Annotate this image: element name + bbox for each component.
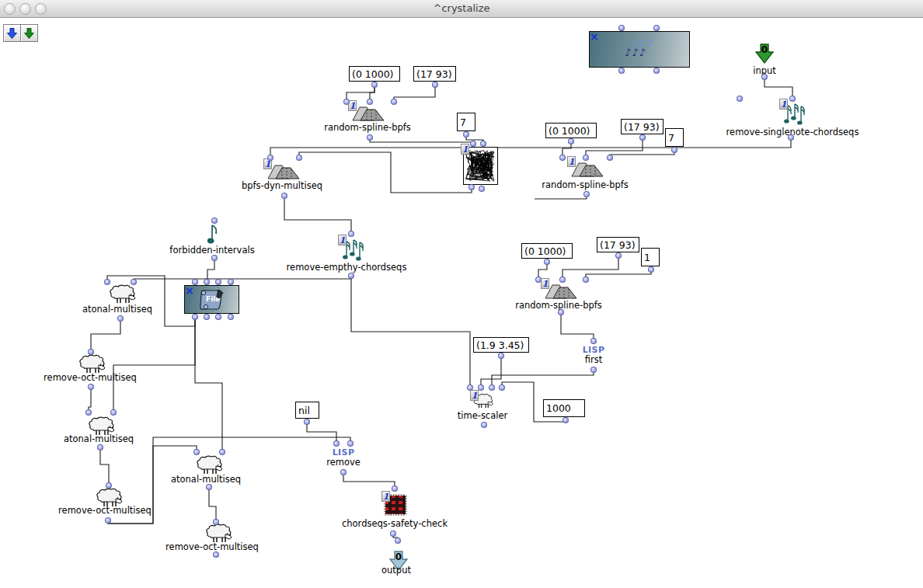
inlet-port-chordseq-editor[interactable] <box>653 25 660 31</box>
inlet-port-random-spline-bpfs-3[interactable] <box>583 277 589 283</box>
patch-cord[interactable] <box>113 318 195 410</box>
value-box-num-1[interactable]: 1 <box>641 248 660 266</box>
outlet-port-random-spline-bpfs-1[interactable] <box>367 134 373 141</box>
outlet-port-remove-singlenote-chordseqs[interactable] <box>788 134 794 141</box>
outlet-port-lisp-remove[interactable] <box>340 469 347 475</box>
lock-badge-time-scaler[interactable]: 1 <box>470 390 479 401</box>
inlet-port-atonal-multiseq-2[interactable] <box>110 409 117 416</box>
lock-badge-remove-empthy-chordseqs[interactable]: 1 <box>338 235 347 245</box>
patch-canvas[interactable]: (0 1000)(17 93)7(0 1000)(17 93)7(0 1000)… <box>0 0 923 588</box>
inlet-port-file-box[interactable] <box>228 279 234 285</box>
inlet-port-random-spline-bpfs-2[interactable] <box>559 155 566 161</box>
inlet-port-atonal-multiseq-2[interactable] <box>85 409 92 416</box>
value-box-num-1000[interactable]: 1000 <box>543 399 585 417</box>
lock-badge-chordseqs-safety-check[interactable]: 1 <box>381 491 390 502</box>
inlet-port-random-spline-bpfs-2[interactable] <box>607 155 613 161</box>
patch-cord[interactable] <box>481 357 501 385</box>
patch-cord[interactable] <box>394 85 435 99</box>
inlet-port-chordseq-editor[interactable] <box>618 25 625 31</box>
inlet-port-lisp-remove[interactable] <box>333 440 340 447</box>
patch-cord[interactable] <box>370 138 475 143</box>
lock-badge-random-spline-bpfs-2[interactable]: 1 <box>567 156 576 167</box>
inlet-port-remove-singlenote-chordseqs[interactable] <box>789 96 796 102</box>
patch-cord[interactable] <box>284 197 351 231</box>
title-bar[interactable]: ^crystalize <box>0 0 923 18</box>
outlet-port-file-box[interactable] <box>204 314 210 320</box>
outlet-port-num-17-93-a[interactable] <box>432 82 438 88</box>
outlet-port-num-nil[interactable] <box>304 419 310 425</box>
lock-badge-random-spline-bpfs-3[interactable]: 1 <box>541 278 549 289</box>
patch-cord[interactable] <box>343 473 395 487</box>
value-box-num-17-93-c[interactable]: (17 93) <box>597 237 639 252</box>
inlet-port-remove-oct-multiseq-3[interactable] <box>213 519 219 525</box>
outlet-port-random-spline-bpfs-2[interactable] <box>583 191 590 197</box>
outlet-port-num-7-b[interactable] <box>671 147 677 153</box>
outlet-port-num-0-1000-b[interactable] <box>568 138 574 144</box>
outlet-port-forbidden-intervals[interactable] <box>211 255 218 261</box>
patch-cord[interactable] <box>535 195 587 199</box>
inlet-port-atonal-multiseq-3[interactable] <box>193 449 200 455</box>
inlet-port-file-box[interactable] <box>204 279 210 285</box>
inlet-port-remove-oct-multiseq-2[interactable] <box>106 482 112 489</box>
outlet-port-atonal-multiseq-1[interactable] <box>117 315 124 322</box>
lock-badge-remove-singlenote-chordseqs[interactable]: 1 <box>779 99 788 110</box>
patch-cord[interactable] <box>307 423 336 441</box>
outlet-port-random-spline-bpfs-3[interactable] <box>558 309 564 315</box>
outlet-port-num-7-a[interactable] <box>463 131 469 137</box>
value-box-num-1.9-3.45[interactable]: (1.9 3.45) <box>473 337 529 353</box>
inlet-port-random-spline-bpfs-1[interactable] <box>367 99 373 105</box>
zoom-window-button[interactable] <box>35 3 47 15</box>
inlet-port-atonal-multiseq-3[interactable] <box>219 449 225 455</box>
outlet-port-lisp-first[interactable] <box>590 367 597 373</box>
value-box-num-17-93-a[interactable]: (17 93) <box>413 66 456 82</box>
inlet-port-random-spline-bpfs-3[interactable] <box>559 277 566 283</box>
inlet-port-time-scaler[interactable] <box>467 384 473 391</box>
close-window-button[interactable] <box>4 3 16 15</box>
value-box-num-17-93-b[interactable]: (17 93) <box>621 119 664 134</box>
inlet-port-remove-empthy-chordseqs[interactable] <box>348 231 354 237</box>
value-box-num-nil[interactable]: nil <box>295 402 319 419</box>
inlet-port-bpfs-dyn-multiseq[interactable] <box>267 155 273 161</box>
outlet-port-num-0-1000-c[interactable] <box>544 259 550 265</box>
patch-cord[interactable] <box>610 151 674 155</box>
lock-badge-multibpf-miniview[interactable]: 1 <box>461 144 469 155</box>
outlet-port-num-17-93-c[interactable] <box>615 252 622 259</box>
inlet-port-multibpf-miniview[interactable] <box>470 141 476 147</box>
patch-cord[interactable] <box>91 319 120 350</box>
inlet-port-random-spline-bpfs-2[interactable] <box>583 155 589 161</box>
inlet-port-multibpf-miniview[interactable] <box>480 141 486 147</box>
patch-cord[interactable] <box>492 371 594 385</box>
inlet-port-lisp-remove[interactable] <box>347 440 354 447</box>
close-x-icon-chordseq-editor[interactable]: × <box>590 33 599 40</box>
patch-cord[interactable] <box>351 277 470 385</box>
outlet-port-chordseqs-safety-check[interactable] <box>390 531 396 537</box>
outlet-port-num-1.9-3.45[interactable] <box>498 353 504 359</box>
outlet-port-atonal-multiseq-2[interactable] <box>97 444 103 451</box>
outlet-port-num-0-1000-a[interactable] <box>371 82 378 88</box>
value-box-num-0-1000-b[interactable]: (0 1000) <box>545 123 597 138</box>
value-box-num-0-1000-a[interactable]: (0 1000) <box>349 66 400 82</box>
inlet-port-random-spline-bpfs-1[interactable] <box>391 99 397 105</box>
outlet-port-remove-oct-multiseq-2[interactable] <box>105 517 111 524</box>
minimize-window-button[interactable] <box>19 3 31 15</box>
patch-cord[interactable] <box>100 449 109 483</box>
outlet-port-multibpf-miniview[interactable] <box>468 184 475 190</box>
inlet-port-random-spline-bpfs-1[interactable] <box>343 99 350 105</box>
patch-cord[interactable] <box>765 78 792 96</box>
inlet-port-remove-singlenote-chordseqs[interactable] <box>737 96 743 102</box>
inlet-port-bpfs-dyn-multiseq[interactable] <box>296 155 302 161</box>
value-box-num-7-b[interactable]: 7 <box>665 128 684 147</box>
lisp-function-name-lisp-first[interactable]: first <box>585 354 602 365</box>
inlet-port-time-scaler[interactable] <box>489 384 495 391</box>
patch-cord[interactable] <box>299 152 472 193</box>
outlet-port-num-17-93-b[interactable] <box>639 134 646 141</box>
outlet-port-remove-oct-multiseq-3[interactable] <box>213 551 219 558</box>
outlet-port-file-box[interactable] <box>228 314 234 320</box>
patch-cord[interactable] <box>195 318 222 450</box>
outlet-port-chordseq-editor[interactable] <box>653 68 660 74</box>
outlet-port-remove-oct-multiseq-1[interactable] <box>88 384 94 390</box>
outlet-port-time-scaler[interactable] <box>481 422 487 428</box>
patch-cord[interactable] <box>89 388 91 410</box>
outlet-port-num-1000[interactable] <box>563 417 569 423</box>
outlet-port-chordseq-editor[interactable] <box>618 68 625 74</box>
